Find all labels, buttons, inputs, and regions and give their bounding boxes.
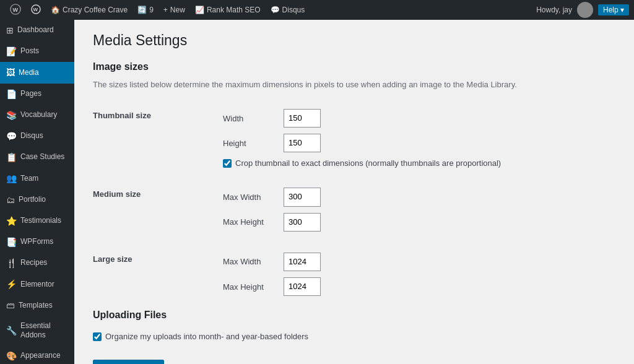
sidebar-item-appearance-label: Appearance [20, 351, 61, 361]
medium-fields: Max Width Max Height [217, 180, 507, 245]
uploading-heading: Uploading Files [93, 310, 615, 323]
thumbnail-label: Thumbnail size [93, 102, 217, 180]
thumbnail-height-label: Height [223, 139, 279, 148]
sidebar-item-disqus-label: Disqus [20, 131, 43, 141]
sidebar-item-templates[interactable]: 🗃 Templates [0, 295, 74, 316]
medium-width-input[interactable] [284, 188, 321, 206]
large-height-row: Max Height [223, 277, 501, 296]
sidebar-item-essential-addons[interactable]: 🔧 Essential Addons [0, 316, 74, 345]
settings-form: Thumbnail size Width Height Crop thumbna… [93, 102, 507, 310]
medium-width-label: Max Width [223, 193, 279, 202]
sidebar-item-dashboard-label: Dashboard [17, 25, 54, 35]
sidebar-item-team-label: Team [20, 174, 38, 184]
home-icon: 🏠 [51, 6, 60, 14]
wp-logo-icon: W [10, 4, 21, 17]
thumbnail-width-input[interactable] [284, 109, 321, 128]
portfolio-icon: 🗂 [6, 194, 15, 206]
medium-height-label: Max Height [223, 217, 279, 227]
svg-text:W: W [13, 6, 19, 12]
help-button[interactable]: Help ▾ [598, 4, 629, 15]
sidebar-item-posts[interactable]: 📝 Posts [0, 41, 74, 62]
wp-circle-icon: W [31, 4, 41, 16]
adminbar-howdy: Howdy, jay [536, 6, 572, 14]
updates-icon: 🔄 [137, 6, 147, 14]
recipes-icon: 🍴 [6, 258, 17, 269]
large-label: Large size [93, 245, 217, 310]
sidebar-item-appearance[interactable]: 🎨 Appearance [0, 345, 74, 364]
new-icon: + [163, 6, 168, 14]
page-title: Media Settings [93, 32, 615, 49]
sidebar-item-dashboard[interactable]: ⊞ Dashboard [0, 20, 74, 41]
adminbar-disqus[interactable]: 💬 Disqus [266, 0, 310, 20]
sidebar-item-vocabulary[interactable]: 📚 Vocabulary [0, 105, 74, 126]
case-studies-icon: 📋 [6, 152, 17, 163]
organize-uploads-row: Organize my uploads into month- and year… [93, 332, 615, 341]
media-icon: 🖼 [6, 67, 15, 78]
essential-addons-icon: 🔧 [6, 325, 17, 336]
medium-height-row: Max Height [223, 213, 501, 232]
testimonials-icon: ⭐ [6, 215, 17, 227]
main-content: Media Settings Image sizes The sizes lis… [74, 20, 634, 364]
large-width-input[interactable] [284, 253, 321, 271]
sidebar-item-pages-label: Pages [20, 89, 41, 99]
large-width-label: Max Width [223, 257, 279, 266]
sidebar-item-case-studies[interactable]: 📋 Case Studies [0, 147, 74, 168]
save-changes-button[interactable]: Save Changes [93, 360, 164, 364]
admin-bar: W W 🏠 Crazy Coffee Crave 🔄 9 + New 📈 Ran… [0, 0, 634, 20]
sidebar-item-elementor-label: Elementor [20, 280, 54, 290]
sidebar-item-team[interactable]: 👥 Team [0, 168, 74, 189]
medium-height-input[interactable] [284, 213, 321, 232]
sidebar-item-testimonials-label: Testimonials [20, 216, 61, 226]
medium-width-row: Max Width [223, 188, 501, 206]
sidebar-item-disqus[interactable]: 💬 Disqus [0, 126, 74, 147]
sidebar-item-media[interactable]: 🖼 Media [0, 62, 74, 83]
vocabulary-icon: 📚 [6, 110, 17, 121]
thumbnail-width-row: Width [223, 109, 501, 128]
thumbnail-height-input[interactable] [284, 134, 321, 152]
medium-label: Medium size [93, 180, 217, 245]
image-sizes-desc: The sizes listed below determine the max… [93, 80, 615, 89]
adminbar-rankmath[interactable]: 📈 Rank Math SEO [190, 0, 266, 20]
organize-uploads-checkbox[interactable] [93, 332, 102, 341]
medium-size-row: Medium size Max Width Max Height [93, 180, 507, 245]
sidebar-item-testimonials[interactable]: ⭐ Testimonials [0, 210, 74, 232]
sidebar-item-wpforms-label: WPForms [20, 237, 53, 247]
adminbar-site[interactable]: 🏠 Crazy Coffee Crave [46, 0, 132, 20]
pages-icon: 📄 [6, 89, 17, 100]
avatar [577, 2, 593, 18]
sidebar-item-essential-addons-label: Essential Addons [20, 321, 68, 340]
thumbnail-size-row: Thumbnail size Width Height Crop thumbna… [93, 102, 507, 180]
large-fields: Max Width Max Height [217, 245, 507, 310]
sidebar-item-recipes[interactable]: 🍴 Recipes [0, 253, 74, 274]
image-sizes-heading: Image sizes [93, 61, 615, 75]
large-size-row: Large size Max Width Max Height [93, 245, 507, 310]
elementor-icon: ⚡ [6, 279, 17, 290]
svg-text:W: W [33, 7, 38, 12]
adminbar-updates-count: 9 [149, 6, 154, 14]
sidebar-item-portfolio[interactable]: 🗂 Portfolio [0, 189, 74, 210]
posts-icon: 📝 [6, 46, 17, 57]
sidebar-item-templates-label: Templates [19, 301, 53, 311]
sidebar-item-pages[interactable]: 📄 Pages [0, 84, 74, 105]
adminbar-updates[interactable]: 🔄 9 [132, 0, 158, 20]
sidebar-item-wpforms[interactable]: 📑 WPForms [0, 232, 74, 253]
large-height-input[interactable] [284, 277, 321, 296]
adminbar-wp-icon[interactable]: W [26, 0, 46, 20]
sidebar: ⊞ Dashboard 📝 Posts 🖼 Media 📄 Pages 📚 Vo… [0, 20, 74, 364]
disqus-sidebar-icon: 💬 [6, 131, 17, 142]
thumbnail-crop-checkbox[interactable] [223, 159, 232, 168]
sidebar-item-elementor[interactable]: ⚡ Elementor [0, 274, 74, 295]
large-width-row: Max Width [223, 253, 501, 271]
sidebar-item-case-studies-label: Case Studies [20, 152, 64, 162]
sidebar-item-posts-label: Posts [20, 46, 39, 56]
thumbnail-fields: Width Height Crop thumbnail to exact dim… [217, 102, 507, 180]
thumbnail-height-row: Height [223, 134, 501, 152]
adminbar-new[interactable]: + New [158, 0, 190, 20]
thumbnail-crop-row: Crop thumbnail to exact dimensions (norm… [223, 158, 501, 168]
sidebar-item-vocabulary-label: Vocabulary [20, 110, 57, 120]
thumbnail-width-label: Width [223, 114, 279, 123]
sidebar-item-media-label: Media [19, 68, 39, 78]
wpforms-icon: 📑 [6, 236, 17, 248]
adminbar-wp-logo[interactable]: W [5, 0, 26, 20]
thumbnail-crop-label: Crop thumbnail to exact dimensions (norm… [235, 158, 501, 168]
